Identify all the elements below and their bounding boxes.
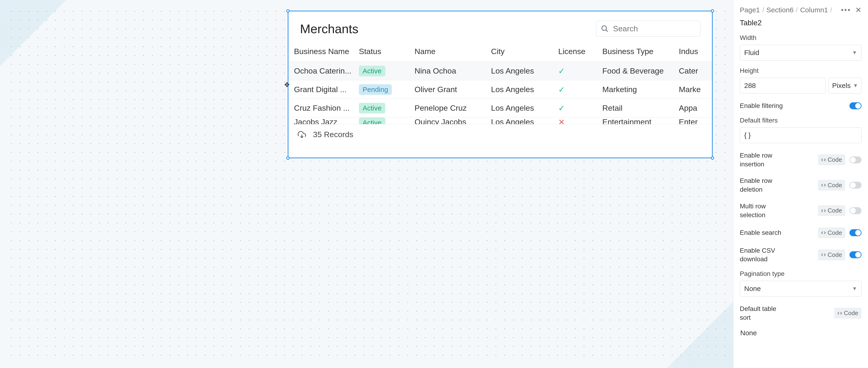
height-input[interactable] — [740, 78, 826, 93]
pagination-select[interactable]: None ▼ — [740, 281, 862, 296]
code-icon — [821, 252, 826, 257]
table-footer: 35 Records — [288, 124, 712, 145]
status-badge: Active — [359, 117, 385, 124]
col-city[interactable]: City — [491, 47, 558, 56]
check-icon: ✓ — [558, 104, 565, 113]
width-select[interactable]: Fluid ▼ — [740, 45, 862, 61]
cell-name: Penelope Cruz — [414, 104, 491, 113]
data-table: Business Name Status Name City License B… — [288, 41, 712, 124]
status-badge: Active — [359, 103, 385, 113]
table-component[interactable]: ✥ Merchants Business Name Status Name Ci… — [288, 11, 713, 158]
width-label: Width — [740, 34, 862, 41]
resize-handle-br[interactable] — [711, 157, 714, 160]
cell-business-name: Grant Digital ... — [294, 85, 359, 94]
code-chip[interactable]: Code — [818, 249, 845, 260]
check-icon: ✓ — [558, 66, 565, 76]
cell-business-name: Jacobs Jazz — [294, 117, 359, 124]
cross-icon: ✕ — [558, 118, 565, 124]
cell-city: Los Angeles — [491, 104, 558, 113]
crumb-section[interactable]: Section6 — [767, 6, 794, 14]
resize-handle-bl[interactable] — [286, 157, 289, 160]
search-input[interactable] — [613, 24, 695, 33]
default-sort-value: None — [740, 329, 757, 337]
svg-line-1 — [606, 30, 608, 32]
table-row[interactable]: Jacobs Jazz Active Quincy Jacobs Los Ang… — [288, 117, 712, 124]
cell-industry: Appa — [679, 104, 707, 113]
width-value: Fluid — [744, 49, 759, 57]
col-business-type[interactable]: Business Type — [602, 47, 679, 56]
cell-industry: Marke — [679, 85, 707, 94]
record-count: 35 Records — [313, 130, 353, 139]
enable-search-label: Enable search — [740, 228, 781, 237]
pagination-value: None — [744, 285, 761, 292]
enable-filtering-label: Enable filtering — [740, 102, 783, 110]
more-icon[interactable]: ••• — [841, 6, 851, 14]
cell-business-name: Ochoa Caterin... — [294, 66, 359, 76]
table-row[interactable]: Grant Digital ... Pending Oliver Grant L… — [288, 80, 712, 98]
enable-row-insertion-label: Enable row insertion — [740, 151, 786, 169]
enable-row-insertion-toggle[interactable] — [849, 157, 862, 163]
cell-name: Quincy Jacobs — [414, 117, 491, 124]
properties-panel: Page1/ Section6/ Column1/ ••• ✕ Table2 W… — [733, 0, 868, 368]
cell-industry: Cater — [679, 66, 707, 76]
table-row[interactable]: Cruz Fashion ... Active Penelope Cruz Lo… — [288, 98, 712, 117]
multi-row-selection-label: Multi row selection — [740, 202, 786, 220]
download-icon[interactable] — [298, 131, 306, 139]
code-icon — [821, 183, 826, 188]
breadcrumb: Page1/ Section6/ Column1/ — [740, 6, 832, 14]
search-box[interactable] — [596, 21, 701, 37]
enable-filtering-toggle[interactable] — [849, 102, 862, 109]
code-icon — [821, 230, 826, 235]
cell-business-type: Marketing — [602, 85, 679, 94]
height-unit-value: Pixels — [832, 82, 850, 90]
default-sort-select[interactable]: None — [740, 325, 862, 341]
canvas[interactable]: ✥ Merchants Business Name Status Name Ci… — [0, 0, 733, 368]
enable-row-deletion-label: Enable row deletion — [740, 176, 786, 194]
col-industry[interactable]: Indus — [679, 47, 707, 56]
code-icon — [821, 208, 826, 213]
resize-handle-tr[interactable] — [711, 9, 714, 12]
code-chip[interactable]: Code — [818, 180, 845, 191]
status-badge: Pending — [359, 84, 392, 95]
enable-csv-toggle[interactable] — [849, 251, 862, 258]
col-license[interactable]: License — [558, 47, 602, 56]
table-row[interactable]: Ochoa Caterin... Active Nina Ochoa Los A… — [288, 61, 712, 80]
enable-search-toggle[interactable] — [849, 229, 862, 236]
component-name: Table2 — [740, 19, 862, 27]
cell-city: Los Angeles — [491, 85, 558, 94]
enable-row-deletion-toggle[interactable] — [849, 182, 862, 189]
code-chip[interactable]: Code — [818, 205, 845, 216]
cell-name: Oliver Grant — [414, 85, 491, 94]
code-chip[interactable]: Code — [818, 227, 845, 238]
cell-name: Nina Ochoa — [414, 66, 491, 76]
svg-point-0 — [602, 26, 607, 30]
multi-row-selection-toggle[interactable] — [849, 207, 862, 214]
crumb-page[interactable]: Page1 — [740, 6, 760, 14]
cell-business-type: Retail — [602, 104, 679, 113]
cell-city: Los Angeles — [491, 117, 558, 124]
cell-industry: Enter — [679, 117, 707, 124]
col-status[interactable]: Status — [359, 47, 414, 56]
chevron-down-icon: ▼ — [852, 286, 857, 292]
cell-business-type: Food & Beverage — [602, 66, 679, 76]
code-icon — [837, 311, 842, 316]
height-unit-select[interactable]: Pixels ▼ — [829, 78, 862, 93]
crumb-column[interactable]: Column1 — [800, 6, 828, 14]
col-name[interactable]: Name — [414, 47, 491, 56]
chevron-down-icon: ▼ — [853, 83, 858, 89]
code-chip[interactable]: Code — [818, 154, 845, 165]
default-filters-input[interactable] — [740, 128, 862, 143]
cell-city: Los Angeles — [491, 66, 558, 76]
move-handle-icon[interactable]: ✥ — [284, 81, 289, 89]
height-label: Height — [740, 67, 862, 75]
chevron-down-icon: ▼ — [852, 50, 857, 56]
check-icon: ✓ — [558, 85, 565, 94]
col-business-name[interactable]: Business Name — [294, 47, 359, 56]
resize-handle-tl[interactable] — [286, 9, 289, 12]
code-icon — [821, 158, 826, 162]
default-sort-label: Default table sort — [740, 305, 786, 322]
search-icon — [601, 25, 609, 33]
close-icon[interactable]: ✕ — [855, 6, 862, 15]
code-chip[interactable]: Code — [834, 308, 862, 318]
cell-business-type: Entertainment — [602, 117, 679, 124]
